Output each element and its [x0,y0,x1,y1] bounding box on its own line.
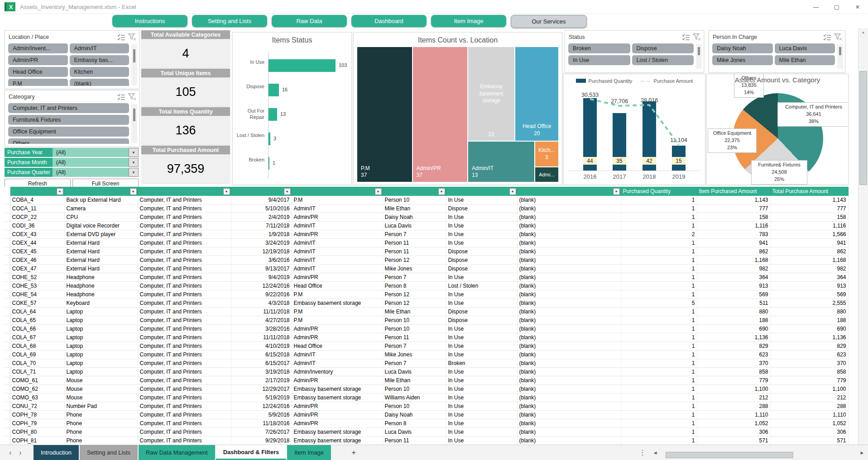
cell[interactable]: 11/11/2018 [231,308,292,316]
prev-sheet-icon[interactable]: ‹ [5,445,15,460]
cell[interactable]: Computer, IT and Printers [138,247,231,256]
cell[interactable]: In Use [446,436,517,445]
cell[interactable]: Computer, IT and Printers [138,196,231,204]
cell[interactable]: Laptop [64,308,138,316]
cell[interactable]: Computer, IT and Printers [138,213,231,222]
cell[interactable]: 982 [770,265,848,273]
cell[interactable]: External Hard [64,265,138,273]
cell[interactable]: 862 [697,247,770,256]
cell[interactable]: 12/29/2017 [231,385,292,394]
cell[interactable]: Keyboard [64,299,138,308]
cell[interactable]: 9/13/2017 [231,265,292,273]
cell[interactable]: 2/17/2019 [231,376,292,385]
cell[interactable]: 370 [697,359,770,368]
cell[interactable]: 5/9/2016 [231,411,292,419]
cell[interactable]: 1 [621,222,697,230]
cell[interactable]: Mile Ethan [383,308,446,316]
cell[interactable]: 1 [621,402,697,411]
cell[interactable]: 1 [621,368,697,376]
cell[interactable]: Computer, IT and Printers [138,394,231,402]
cell[interactable]: 5 [621,299,697,308]
treemap-block-admin-it[interactable]: Admin/IT13 [468,142,534,182]
cell[interactable]: Computer, IT and Printers [138,316,231,325]
cell[interactable]: 1 [621,316,697,325]
sheet-tab-raw-data-management[interactable]: Raw Data Management [139,445,215,460]
cell[interactable]: (blank) [517,342,621,351]
cell[interactable]: 1,168 [770,256,848,265]
cell[interactable]: 188 [770,316,848,325]
cell[interactable]: 1,110 [697,411,770,419]
cell[interactable]: Admin/IT [292,239,383,247]
cell[interactable]: 9/4/2017 [231,196,292,204]
cell[interactable]: Computer, IT and Printers [138,273,231,282]
cell[interactable]: 1,116 [770,222,848,230]
cell[interactable]: Person 8 [383,419,446,428]
multi-select-icon[interactable] [823,33,831,41]
cell[interactable]: 941 [697,239,770,247]
cell[interactable]: 571 [770,436,848,445]
cell[interactable]: 1 [621,196,697,204]
cell[interactable]: Phone [64,428,138,436]
horizontal-scrollbar-thumb[interactable] [666,452,793,458]
cell[interactable]: 1 [621,376,697,385]
cell[interactable]: In Use [446,290,517,299]
cell[interactable]: COEX_43 [10,230,64,239]
cell[interactable]: Person 7 [383,359,446,368]
filter-dropdown-icon[interactable]: ▼ [223,188,230,195]
cell[interactable]: (blank) [517,376,621,385]
cell[interactable]: Person 11 [383,333,446,342]
cell[interactable]: 158 [770,213,848,222]
cell[interactable]: In Use [446,402,517,411]
cell[interactable]: Admin/IT [292,265,383,273]
cell[interactable]: P.M [292,308,383,316]
cell[interactable]: Mike Jones [383,265,446,273]
cell[interactable]: Computer, IT and Printers [138,265,231,273]
cell[interactable]: Person 7 [383,230,446,239]
cell[interactable]: 690 [697,325,770,333]
slicer-item-daisy-noah[interactable]: Daisy Noah [712,43,773,53]
cell[interactable]: Headphone [64,282,138,290]
cell[interactable]: Admin/PR [292,325,383,333]
location-slicer-scrollbar[interactable] [131,44,137,85]
cell[interactable]: Computer, IT and Printers [138,204,231,213]
cell[interactable]: 2/4/2019 [231,213,292,222]
cell[interactable]: (blank) [517,325,621,333]
status-slicer-scrollbar[interactable] [696,44,702,69]
cell[interactable]: 1 [621,385,697,394]
nav-button-dashboard[interactable]: Dashboard [351,15,427,27]
dropdown-arrow-icon[interactable]: ▼ [129,168,139,177]
cell[interactable]: CONU_72 [10,402,64,411]
cell[interactable]: In Use [446,196,517,204]
cell[interactable]: (blank) [517,333,621,342]
cell[interactable]: COKE_57 [10,299,64,308]
cell[interactable]: 1 [621,394,697,402]
cell[interactable]: COPH_79 [10,419,64,428]
nav-button-raw-data[interactable]: Raw Data [272,15,347,27]
cell[interactable]: In Use [446,299,517,308]
sheet-tab-item-image[interactable]: Item Image [287,445,331,460]
cell[interactable]: Mile Ethan [383,204,446,213]
cell[interactable]: In Use [446,419,517,428]
cell[interactable]: 1 [621,247,697,256]
cell[interactable]: Computer, IT and Printers [138,239,231,247]
cell[interactable]: Computer, IT and Printers [138,359,231,368]
cell[interactable]: COLA_64 [10,308,64,316]
cell[interactable]: COCP_22 [10,213,64,222]
cell[interactable]: 1,143 [697,196,770,204]
cell[interactable]: Mike Jones [383,351,446,359]
cell[interactable]: (blank) [517,282,621,290]
slicer-item-p-m[interactable]: P.M [8,79,68,86]
cell[interactable]: 288 [770,402,848,411]
cell[interactable]: (blank) [517,299,621,308]
cell[interactable]: In Use [446,333,517,342]
cell[interactable]: Person 11 [383,247,446,256]
cell[interactable]: Dispose [446,247,517,256]
cell[interactable]: COPH_80 [10,428,64,436]
cell[interactable]: P.M [292,290,383,299]
cell[interactable]: Admin/PR [292,333,383,342]
cell[interactable]: In Use [446,239,517,247]
nav-button-item-image[interactable]: Item Image [431,15,506,27]
cell[interactable]: Dispose [446,316,517,325]
cell[interactable]: Person 8 [383,282,446,290]
cell[interactable]: Phone [64,411,138,419]
